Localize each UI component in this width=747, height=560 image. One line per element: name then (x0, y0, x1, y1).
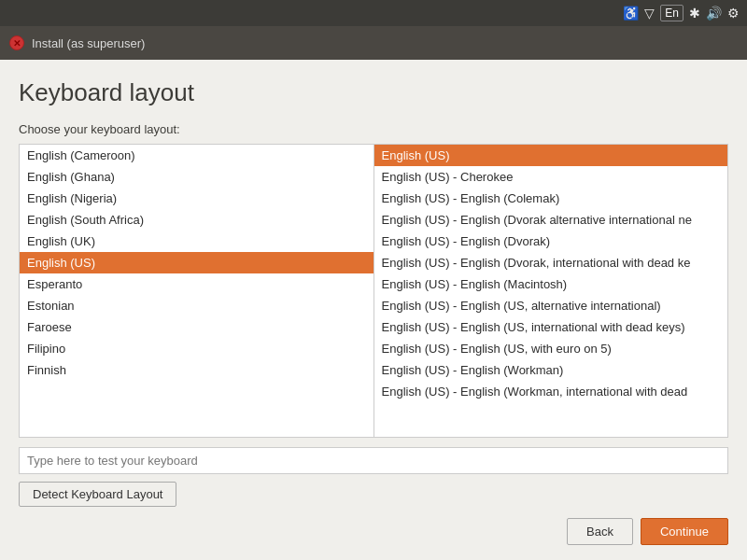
section-label: Choose your keyboard layout: (19, 122, 728, 136)
continue-button[interactable]: Continue (641, 518, 728, 545)
list-item[interactable]: English (US) - English (US, alternative … (374, 295, 728, 316)
list-item[interactable]: English (US) - English (Workman, interna… (374, 381, 728, 402)
list-item[interactable]: English (US) (20, 252, 374, 273)
list-item[interactable]: English (US) - English (Dvorak, internat… (374, 252, 728, 273)
list-item[interactable]: Finnish (20, 359, 374, 381)
variant-list[interactable]: English (US)English (US) - CherokeeEngli… (374, 144, 729, 438)
list-item[interactable]: English (Cameroon) (20, 145, 374, 166)
list-item[interactable]: English (South Africa) (20, 209, 374, 231)
window: ✕ Install (as superuser) Keyboard layout… (0, 26, 747, 560)
main-content: Keyboard layout Choose your keyboard lay… (0, 60, 747, 560)
back-button[interactable]: Back (567, 518, 633, 545)
list-item[interactable]: Esperanto (20, 273, 374, 295)
title-bar: ✕ Install (as superuser) (0, 26, 747, 60)
list-item[interactable]: Faroese (20, 316, 374, 338)
accessibility-icon[interactable]: ♿ (623, 6, 639, 21)
keyboard-layout-lists: English (Cameroon)English (Ghana)English… (19, 144, 728, 438)
bluetooth-icon[interactable]: ✱ (689, 6, 700, 21)
list-item[interactable]: English (US) - English (Colemak) (374, 188, 728, 209)
list-item[interactable]: Estonian (20, 295, 374, 316)
volume-icon[interactable]: 🔊 (706, 6, 722, 21)
wifi-icon[interactable]: ▽ (644, 6, 655, 21)
language-indicator[interactable]: En (660, 5, 684, 21)
keyboard-test-input[interactable] (19, 447, 728, 474)
list-item[interactable]: English (US) - English (Macintosh) (374, 273, 728, 295)
list-item[interactable]: English (US) - English (US, with euro on… (374, 338, 728, 359)
list-item[interactable]: Filipino (20, 338, 374, 359)
list-item[interactable]: English (Ghana) (20, 166, 374, 188)
page-title: Keyboard layout (19, 78, 728, 107)
list-item[interactable]: English (US) - English (Dvorak alternati… (374, 209, 728, 231)
close-button[interactable]: ✕ (9, 35, 24, 50)
language-list[interactable]: English (Cameroon)English (Ghana)English… (19, 144, 374, 438)
window-title: Install (as superuser) (32, 36, 145, 50)
detect-keyboard-button[interactable]: Detect Keyboard Layout (19, 482, 176, 507)
list-item[interactable]: English (Nigeria) (20, 188, 374, 209)
navigation-buttons: Back Continue (19, 518, 728, 545)
list-item[interactable]: English (US) (374, 145, 728, 166)
settings-icon[interactable]: ⚙ (727, 6, 740, 21)
top-bar: ♿ ▽ En ✱ 🔊 ⚙ (0, 0, 747, 26)
list-item[interactable]: English (UK) (20, 231, 374, 252)
list-item[interactable]: English (US) - English (Workman) (374, 359, 728, 381)
list-item[interactable]: English (US) - Cherokee (374, 166, 728, 188)
list-item[interactable]: English (US) - English (Dvorak) (374, 231, 728, 252)
list-item[interactable]: English (US) - English (US, internationa… (374, 316, 728, 338)
